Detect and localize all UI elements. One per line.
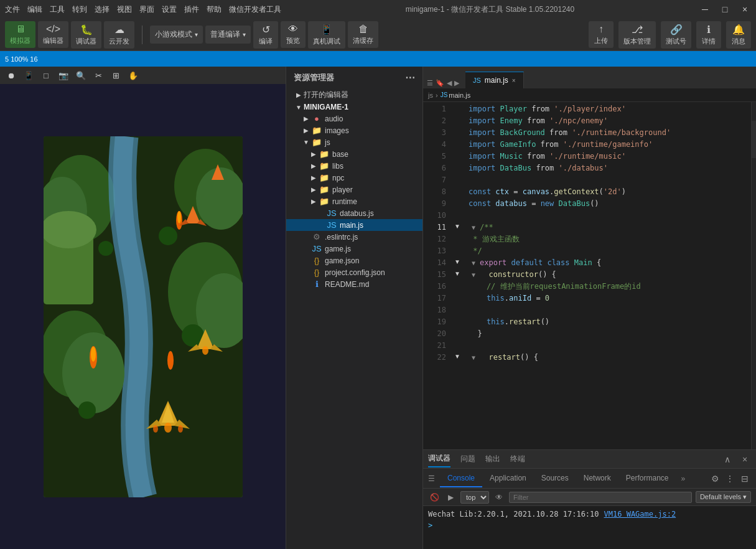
console-clear-button[interactable]: 🚫 [428,491,441,504]
search-button[interactable]: 🔍 [75,69,87,82]
detail-button[interactable]: ℹ 详情 [696,21,721,49]
forward-icon[interactable]: ▶ [454,79,459,87]
tree-projectconfig[interactable]: {} project.config.json [286,266,422,278]
hamburger-icon[interactable]: ☰ [427,79,433,87]
tree-npc[interactable]: ▶ 📁 npc [286,172,422,184]
console-toggle-button[interactable]: ▶ [444,491,457,504]
debugger-button[interactable]: 🐛 调试器 [71,21,101,49]
phone-button[interactable]: 📱 [22,69,35,82]
close-button[interactable]: × [739,3,751,16]
cloud-button[interactable]: ☁ 云开发 [104,21,134,49]
record-button[interactable]: ⏺ [5,69,17,82]
devtools-tab-sources[interactable]: Sources [534,470,576,487]
tree-root[interactable]: ▼ MINIGAME-1 [286,101,422,113]
tree-js[interactable]: ▼ 📁 js [286,136,422,148]
menu-file[interactable]: 文件 [5,4,20,15]
fold-22[interactable]: ▼ [451,350,464,362]
tree-open-editors[interactable]: ▶ 打开的编辑器 [286,88,422,101]
bottom-tab-debugger[interactable]: 调试器 [428,451,450,467]
device-button[interactable]: □ [40,69,52,82]
editor-button[interactable]: </> 编辑器 [38,21,68,48]
devtools-dock-button[interactable]: ⊟ [739,472,751,485]
tree-libs[interactable]: ▶ 📁 libs [286,160,422,172]
code-content[interactable]: import Player from './player/index' impo… [464,102,751,449]
tree-databus[interactable]: JS databus.js [286,207,422,219]
menu-settings[interactable]: 设置 [162,4,177,15]
tab-mainjs[interactable]: JS main.js × [465,72,524,88]
fold-icon-22[interactable]: ▼ [469,353,478,363]
tree-gamejs[interactable]: JS game.js [286,243,422,255]
compile-dropdown[interactable]: 普通编译 ▾ [205,26,251,44]
tab-mainjs-close[interactable]: × [512,77,516,84]
console-eye-button[interactable]: 👁 [493,491,505,504]
tree-images[interactable]: ▶ 📁 images [286,124,422,136]
code-line-13: */ [464,245,751,257]
back-icon[interactable]: ◀ [447,79,452,87]
minimize-button[interactable]: ─ [699,3,711,16]
bottom-tab-terminal[interactable]: 终端 [510,451,525,467]
minimap-indicator[interactable] [752,121,756,158]
simulator-button[interactable]: 🖥 模拟器 [5,21,35,48]
fold-icon-15[interactable]: ▼ [469,270,478,280]
devtools-menu-icon[interactable]: ☰ [428,474,435,483]
message-button[interactable]: 🔔 消息 [726,21,751,49]
fold-icon-14[interactable]: ▼ [469,258,478,268]
menu-select[interactable]: 选择 [95,4,110,15]
tree-readme[interactable]: ℹ README.md [286,278,422,290]
svg-point-26 [178,425,183,433]
panel-up-button[interactable]: ∧ [721,453,734,466]
bottom-tab-issues[interactable]: 问题 [460,451,475,467]
menu-goto[interactable]: 转到 [72,4,87,15]
fold-icon-11[interactable]: ▼ [469,223,478,233]
console-context-select[interactable]: top [460,491,489,504]
menu-help[interactable]: 帮助 [207,4,222,15]
devtools-tab-console[interactable]: Console [440,470,482,487]
fold-14[interactable]: ▼ [451,256,464,268]
menu-view[interactable]: 视图 [117,4,132,15]
console-levels-label[interactable]: Default levels ▾ [696,491,751,503]
devtools-more-tabs[interactable]: » [676,471,691,487]
tree-eslint[interactable]: ⚙ .eslintrc.js [286,231,422,243]
menu-interface[interactable]: 界面 [139,4,154,15]
bottom-tab-output[interactable]: 输出 [485,451,500,467]
capture-button[interactable]: 📷 [57,69,70,82]
tree-runtime[interactable]: ▶ 📁 runtime [286,195,422,207]
menu-tools[interactable]: 工具 [50,4,65,15]
breadcrumb-file[interactable]: main.js [449,92,470,99]
devtools-tab-application[interactable]: Application [482,470,534,487]
grid-button[interactable]: ⊞ [110,69,122,82]
devtools-tab-network[interactable]: Network [576,470,618,487]
explorer-more-button[interactable]: ⋯ [405,72,415,83]
devtools-tab-performance[interactable]: Performance [618,470,676,487]
tree-base[interactable]: ▶ 📁 base [286,148,422,160]
line-22: 22 [423,352,446,364]
version-button[interactable]: ⎇ 版本管理 [618,21,656,49]
preview-button[interactable]: 👁 预览 [281,21,306,48]
console-filter-input[interactable] [509,492,692,503]
refresh-button[interactable]: ↺ 编译 [253,21,278,49]
breadcrumb-js[interactable]: js [428,92,433,99]
tree-audio[interactable]: ▶ ● audio [286,113,422,124]
console-log-link[interactable]: VM16 WAGame.js:2 [604,510,676,518]
menu-wechat[interactable]: 微信开发者工具 [229,4,281,15]
mode-dropdown[interactable]: 小游戏模式 ▾ [150,26,203,44]
menu-edit[interactable]: 编辑 [27,4,42,15]
maximize-button[interactable]: □ [719,3,731,16]
fold-15[interactable]: ▼ [451,268,464,279]
bookmark-icon[interactable]: 🔖 [436,79,444,87]
root-arrow: ▼ [294,104,304,111]
testno-button[interactable]: 🔗 测试号 [661,21,691,49]
tree-mainjs[interactable]: JS main.js [286,219,422,231]
tree-gamejson[interactable]: {} game.json [286,255,422,266]
devtools-settings-button[interactable]: ⚙ [709,472,721,485]
select-button[interactable]: ✂ [92,69,105,82]
panel-close-button[interactable]: × [739,453,751,466]
tree-player[interactable]: ▶ 📁 player [286,184,422,195]
upload-button[interactable]: ↑ 上传 [589,21,614,48]
devtools-more-button[interactable]: ⋮ [724,472,736,485]
menu-plugins[interactable]: 插件 [184,4,199,15]
clearcache-button[interactable]: 🗑 清缓存 [348,21,378,48]
realtest-button[interactable]: 📱 真机调试 [308,21,345,49]
fold-11[interactable]: ▼ [451,220,464,232]
pan-button[interactable]: ✋ [127,69,139,82]
